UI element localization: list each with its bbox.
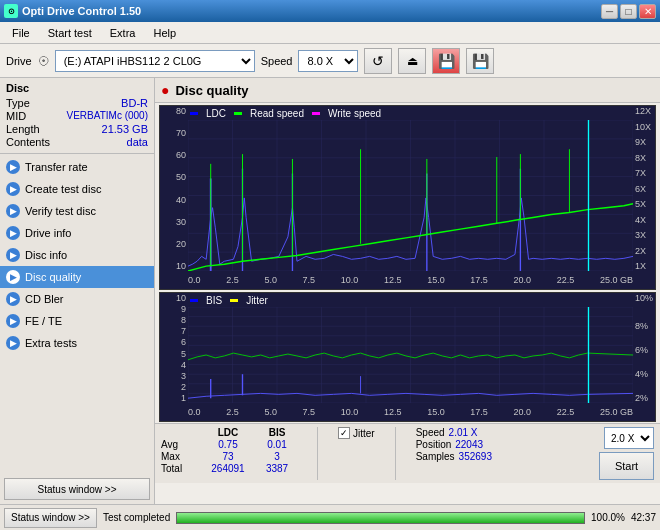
disc-key-length: Length — [6, 123, 40, 135]
progress-bar — [176, 512, 585, 524]
jitter-checkbox[interactable]: ✓ — [338, 427, 350, 439]
stats-table: LDC BIS Avg 0.75 0.01 Max 73 3 Total 264… — [161, 427, 297, 474]
disc-quality-label: Disc quality — [25, 271, 81, 283]
close-button[interactable]: ✕ — [639, 4, 656, 19]
bis-legend-dot — [190, 299, 198, 302]
upper-y-axis-right: 12X 10X 9X 8X 7X 6X 5X 4X 3X 2X 1X — [633, 106, 655, 271]
samples-key: Samples — [416, 451, 455, 462]
jitter-check-area[interactable]: ✓ Jitter — [338, 427, 375, 439]
maximize-button[interactable]: □ — [620, 4, 637, 19]
menu-start-test[interactable]: Start test — [40, 25, 100, 41]
sidebar-item-create-test-disc[interactable]: ▶ Create test disc — [0, 178, 154, 200]
lower-legend: BIS Jitter — [190, 295, 268, 306]
bis-max: 3 — [257, 451, 297, 462]
settings-button[interactable]: 💾 — [432, 48, 460, 74]
cd-bler-icon: ▶ — [6, 292, 20, 306]
minimize-button[interactable]: ─ — [601, 4, 618, 19]
disc-key-contents: Contents — [6, 136, 50, 148]
speed-key: Speed — [416, 427, 445, 438]
stats-max-row: Max 73 3 — [161, 451, 297, 462]
disc-section-title: Disc — [6, 82, 148, 94]
progress-fill — [177, 513, 584, 523]
ldc-header: LDC — [203, 427, 253, 438]
drive-label: Drive — [6, 55, 32, 67]
ldc-legend-dot — [190, 112, 198, 115]
extra-tests-icon: ▶ — [6, 336, 20, 350]
jitter-checkbox-label: Jitter — [353, 428, 375, 439]
refresh-button[interactable]: ↺ — [364, 48, 392, 74]
ldc-total: 264091 — [203, 463, 253, 474]
speed-info: Speed 2.01 X Position 22043 Samples 3526… — [416, 427, 492, 462]
save-button[interactable]: 💾 — [466, 48, 494, 74]
main-area: Disc Type BD-R MID VERBATIMc (000) Lengt… — [0, 78, 660, 504]
create-test-label: Create test disc — [25, 183, 101, 195]
status-time: 42:37 — [631, 512, 656, 523]
disc-info-icon: ▶ — [6, 248, 20, 262]
disc-val-length: 21.53 GB — [102, 123, 148, 135]
sidebar-item-verify-test-disc[interactable]: ▶ Verify test disc — [0, 200, 154, 222]
stats-key-header — [161, 427, 199, 438]
drive-info-label: Drive info — [25, 227, 71, 239]
disc-row-type: Type BD-R — [6, 97, 148, 109]
eject-button[interactable]: ⏏ — [398, 48, 426, 74]
stats-avg-row: Avg 0.75 0.01 — [161, 439, 297, 450]
disc-quality-icon: ▶ — [6, 270, 20, 284]
speed-label: Speed — [261, 55, 293, 67]
jitter-legend-dot — [230, 299, 238, 302]
speed-select-toolbar[interactable]: 8.0 X — [298, 50, 358, 72]
transfer-rate-label: Transfer rate — [25, 161, 88, 173]
bis-header: BIS — [257, 427, 297, 438]
upper-x-axis: 0.0 2.5 5.0 7.5 10.0 12.5 15.0 17.5 20.0… — [188, 271, 633, 289]
sidebar-item-drive-info[interactable]: ▶ Drive info — [0, 222, 154, 244]
avg-label: Avg — [161, 439, 199, 450]
disc-key-type: Type — [6, 97, 30, 109]
extra-tests-label: Extra tests — [25, 337, 77, 349]
menu-help[interactable]: Help — [145, 25, 184, 41]
ldc-legend-label: LDC — [206, 108, 226, 119]
window-title: Opti Drive Control 1.50 — [22, 5, 141, 17]
menu-file[interactable]: File — [4, 25, 38, 41]
upper-chart: LDC Read speed Write speed 80 70 60 50 4… — [159, 105, 656, 290]
upper-chart-svg — [188, 120, 633, 271]
drive-select[interactable]: (E:) ATAPI iHBS112 2 CL0G — [55, 50, 255, 72]
bis-total: 3387 — [257, 463, 297, 474]
lower-y-axis-left: 10 9 8 7 6 5 4 3 2 1 — [160, 293, 188, 403]
verify-test-label: Verify test disc — [25, 205, 96, 217]
sidebar-item-transfer-rate[interactable]: ▶ Transfer rate — [0, 156, 154, 178]
status-bar: Status window >> Test completed 100.0% 4… — [0, 504, 660, 530]
samples-val: 352693 — [459, 451, 492, 462]
menu-extra[interactable]: Extra — [102, 25, 144, 41]
speed-row: Speed 2.01 X — [416, 427, 492, 438]
content-area: ● Disc quality LDC Read speed Write spee… — [155, 78, 660, 504]
start-button[interactable]: Start — [599, 452, 654, 480]
write-legend-dot — [312, 112, 320, 115]
status-window-button[interactable]: Status window >> — [4, 478, 150, 500]
sidebar-item-fe-te[interactable]: ▶ FE / TE — [0, 310, 154, 332]
disc-quality-icon-header: ● — [161, 82, 169, 98]
stats-divider-2 — [395, 427, 396, 480]
disc-info-label: Disc info — [25, 249, 67, 261]
disc-section: Disc Type BD-R MID VERBATIMc (000) Lengt… — [0, 78, 154, 151]
title-bar: ⊙ Opti Drive Control 1.50 ─ □ ✕ — [0, 0, 660, 22]
jitter-legend-label: Jitter — [246, 295, 268, 306]
disc-quality-title: Disc quality — [175, 83, 248, 98]
status-text: Test completed — [103, 512, 170, 523]
cd-bler-label: CD Bler — [25, 293, 64, 305]
position-row: Position 22043 — [416, 439, 492, 450]
disc-row-length: Length 21.53 GB — [6, 123, 148, 135]
speed-select-stats[interactable]: 2.0 X — [604, 427, 654, 449]
sidebar-item-cd-bler[interactable]: ▶ CD Bler — [0, 288, 154, 310]
upper-y-axis-left: 80 70 60 50 40 30 20 10 — [160, 106, 188, 271]
sidebar-item-disc-info[interactable]: ▶ Disc info — [0, 244, 154, 266]
stats-bar: LDC BIS Avg 0.75 0.01 Max 73 3 Total 264… — [155, 423, 660, 483]
disc-val-contents: data — [127, 136, 148, 148]
speed-val: 2.01 X — [449, 427, 478, 438]
total-label: Total — [161, 463, 199, 474]
status-window-btn-bottom[interactable]: Status window >> — [4, 508, 97, 528]
sidebar-item-disc-quality[interactable]: ▶ Disc quality — [0, 266, 154, 288]
app-icon: ⊙ — [4, 4, 18, 18]
position-key: Position — [416, 439, 452, 450]
read-legend-dot — [234, 112, 242, 115]
sidebar-item-extra-tests[interactable]: ▶ Extra tests — [0, 332, 154, 354]
verify-test-icon: ▶ — [6, 204, 20, 218]
